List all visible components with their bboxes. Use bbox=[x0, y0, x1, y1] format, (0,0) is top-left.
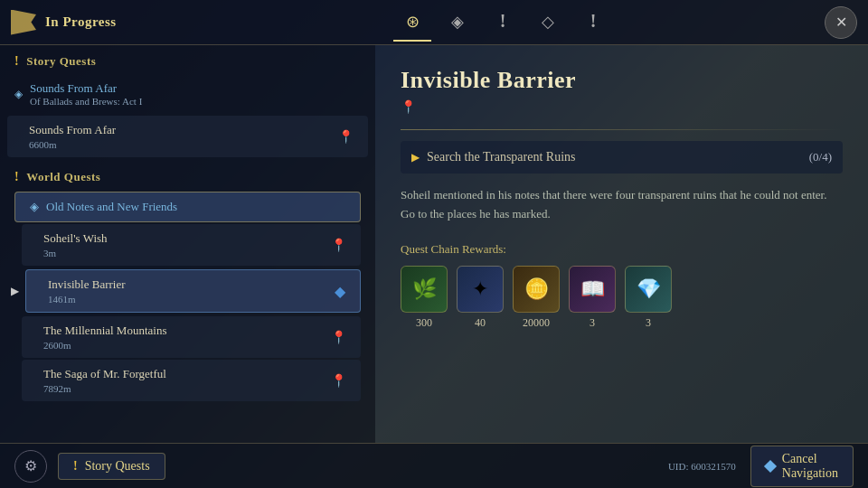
objective-left: ▶ Search the Transparent Ruins bbox=[411, 150, 575, 164]
settings-button[interactable]: ⚙ bbox=[14, 450, 47, 483]
quest-item-name: Soheil's Wish bbox=[43, 231, 108, 246]
quest-millennial-mountains[interactable]: The Millennial Mountains 2600m 📍 bbox=[22, 316, 361, 358]
reward-count-2: 40 bbox=[475, 316, 486, 330]
world-section-header: ! World Quests bbox=[0, 161, 375, 190]
cancel-navigation-button[interactable]: CancelNavigation bbox=[750, 446, 854, 487]
story-quest-group: ◈ Sounds From Afar Of Ballads and Brews:… bbox=[0, 74, 375, 157]
bottom-bar: ⚙ ! Story Quests UID: 600321570 CancelNa… bbox=[0, 443, 868, 488]
quest-group-diamond-icon: ◈ bbox=[14, 88, 23, 101]
reward-icon-book: 📖 bbox=[569, 266, 616, 313]
story-exclamation-icon: ! bbox=[14, 54, 19, 69]
reward-count-3: 20000 bbox=[523, 316, 550, 330]
quest-invisible-barrier[interactable]: Invisible Barrier 1461m ◆ bbox=[25, 269, 361, 313]
world-group-diamond-icon: ◈ bbox=[30, 200, 39, 214]
sounds-from-afar-name: Sounds From Afar bbox=[30, 81, 117, 95]
uid-label: UID: 600321570 bbox=[668, 461, 736, 472]
rewards-label: Quest Chain Rewards: bbox=[401, 242, 843, 257]
bottom-left: ⚙ ! Story Quests bbox=[14, 450, 165, 483]
quest-description: Soheil mentioned in his notes that there… bbox=[401, 186, 843, 224]
reward-icon-crystal: 💎 bbox=[625, 266, 672, 313]
tab-daily[interactable]: ◇ bbox=[529, 4, 567, 42]
quest-item-dist: 3m bbox=[43, 248, 108, 258]
objective-row: ▶ Search the Transparent Ruins (0/4) bbox=[401, 141, 843, 174]
quest-item-left: Soheil's Wish 3m bbox=[43, 231, 108, 258]
story-section-label: Story Quests bbox=[26, 54, 96, 69]
right-panel: Invisible Barrier 📍 ▶ Search the Transpa… bbox=[375, 45, 868, 443]
top-bar-tabs: ⊛ ◈ ! ◇ ! bbox=[181, 4, 825, 42]
story-section-header: ! Story Quests bbox=[0, 45, 375, 74]
reward-item-5: 💎 3 bbox=[625, 266, 672, 330]
nav-marker-active-icon: ◆ bbox=[335, 283, 345, 300]
nav-marker-icon: 📍 bbox=[338, 129, 354, 145]
old-notes-group-name: Old Notes and New Friends bbox=[46, 200, 177, 214]
quest-saga-mr-forgetful[interactable]: The Saga of Mr. Forgetful 7892m 📍 bbox=[22, 360, 361, 401]
nav-marker-icon: 📍 bbox=[331, 330, 346, 345]
nav-marker-icon: 📍 bbox=[331, 238, 346, 253]
old-notes-group-header[interactable]: ◈ Old Notes and New Friends bbox=[14, 192, 361, 222]
reward-icon-mora: 🪙 bbox=[513, 266, 560, 313]
quest-location-row: 📍 bbox=[401, 99, 843, 115]
quest-item-left: The Millennial Mountains 2600m bbox=[43, 324, 166, 351]
quest-item-name: Invisible Barrier bbox=[48, 277, 126, 292]
top-bar: In Progress ⊛ ◈ ! ◇ ! ✕ bbox=[0, 0, 868, 45]
cancel-nav-label: CancelNavigation bbox=[782, 452, 838, 481]
objective-arrow-icon: ▶ bbox=[411, 151, 420, 164]
quest-item-name: The Saga of Mr. Forgetful bbox=[43, 367, 166, 381]
quest-item-left: The Saga of Mr. Forgetful 7892m bbox=[43, 367, 166, 394]
sounds-from-afar-subtitle: Of Ballads and Brews: Act I bbox=[30, 96, 142, 107]
cancel-nav-diamond-icon bbox=[764, 459, 777, 472]
quest-item-dist: 1461m bbox=[48, 294, 126, 305]
world-quest-group-container: ◈ Old Notes and New Friends Soheil's Wis… bbox=[7, 192, 368, 401]
quest-item-left: Invisible Barrier 1461m bbox=[48, 277, 126, 305]
story-quests-button[interactable]: ! Story Quests bbox=[58, 453, 165, 480]
quest-item-left: Sounds From Afar 6600m bbox=[29, 123, 116, 150]
objective-label: Search the Transparent Ruins bbox=[427, 150, 575, 164]
reward-count-4: 3 bbox=[590, 316, 595, 330]
quest-sounds-from-afar[interactable]: Sounds From Afar 6600m 📍 bbox=[7, 116, 368, 157]
quest-item-dist: 6600m bbox=[29, 139, 116, 150]
location-pin-icon: 📍 bbox=[401, 99, 416, 115]
in-progress-label: In Progress bbox=[45, 14, 117, 30]
tab-all[interactable]: ⊛ bbox=[393, 4, 431, 42]
reward-count-1: 300 bbox=[416, 316, 432, 330]
quest-detail-title: Invisible Barrier bbox=[401, 67, 843, 94]
reward-count-5: 3 bbox=[646, 316, 651, 330]
active-quest-arrow-icon: ▶ bbox=[11, 285, 19, 298]
quest-item-name: The Millennial Mountains bbox=[43, 324, 166, 338]
reward-item-2: ✦ 40 bbox=[457, 266, 504, 330]
sounds-from-afar-group[interactable]: ◈ Sounds From Afar Of Ballads and Brews:… bbox=[0, 74, 375, 114]
quest-item-name: Sounds From Afar bbox=[29, 123, 116, 137]
tab-story[interactable]: ◈ bbox=[439, 4, 476, 42]
close-button[interactable]: ✕ bbox=[825, 6, 857, 39]
objective-count: (0/4) bbox=[809, 150, 832, 164]
separator-line bbox=[401, 129, 843, 130]
quest-item-dist: 2600m bbox=[43, 340, 166, 351]
quest-item-dist: 7892m bbox=[43, 383, 166, 394]
reward-item-1: 🌿 300 bbox=[401, 266, 448, 330]
world-section-label: World Quests bbox=[26, 170, 100, 184]
top-bar-left: In Progress bbox=[0, 10, 181, 35]
left-panel: ! Story Quests ◈ Sounds From Afar Of Bal… bbox=[0, 45, 375, 443]
bottom-right: UID: 600321570 CancelNavigation bbox=[668, 446, 854, 487]
tab-world[interactable]: ! bbox=[484, 4, 522, 42]
reward-item-4: 📖 3 bbox=[569, 266, 616, 330]
reward-icon-adventure: 🌿 bbox=[401, 266, 448, 313]
tab-event[interactable]: ! bbox=[574, 4, 612, 42]
story-quests-btn-label: Story Quests bbox=[85, 459, 150, 474]
quest-flag-icon bbox=[11, 10, 36, 35]
reward-icon-primogem: ✦ bbox=[457, 266, 504, 313]
rewards-row: 🌿 300 ✦ 40 🪙 20000 📖 3 💎 3 bbox=[401, 266, 843, 330]
story-quests-icon: ! bbox=[73, 459, 78, 474]
reward-item-3: 🪙 20000 bbox=[513, 266, 560, 330]
quest-soheils-wish[interactable]: Soheil's Wish 3m 📍 bbox=[22, 224, 361, 266]
invisible-barrier-wrapper: ▶ Invisible Barrier 1461m ◆ bbox=[7, 267, 368, 314]
world-exclamation-icon: ! bbox=[14, 170, 19, 184]
quest-group-info: Sounds From Afar Of Ballads and Brews: A… bbox=[30, 81, 142, 107]
nav-marker-icon: 📍 bbox=[331, 373, 346, 389]
